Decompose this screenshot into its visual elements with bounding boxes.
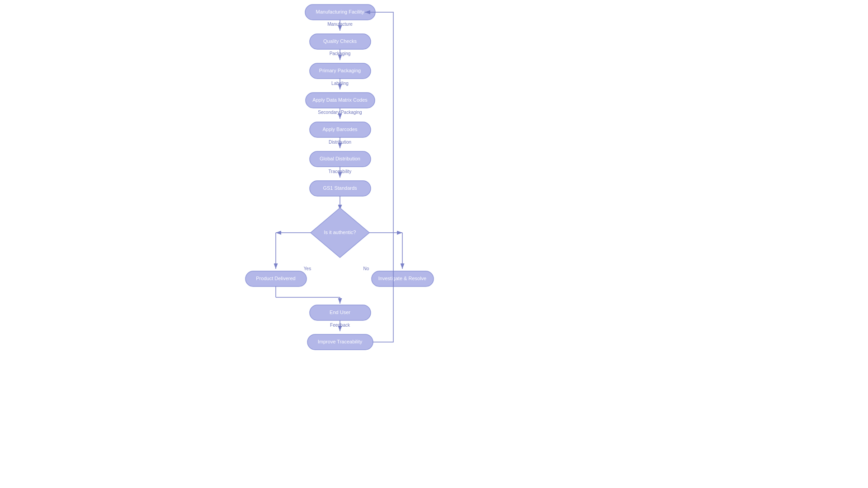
arrow-feedback-loop [365, 12, 393, 342]
label-yes: Yes [304, 266, 311, 271]
global-distribution-label: Global Distribution [320, 156, 360, 161]
apply-barcodes-label: Apply Barcodes [322, 127, 358, 132]
diagram-container: Manufacturing Facility Manufacture Quali… [0, 0, 868, 488]
gs1-standards-label: GS1 Standards [323, 185, 357, 191]
label-traceability: Traceability [329, 169, 352, 174]
apply-data-matrix-label: Apply Data Matrix Codes [312, 97, 368, 103]
quality-checks-label: Quality Checks [323, 38, 357, 44]
primary-packaging-label: Primary Packaging [319, 68, 361, 73]
label-feedback: Feedback [330, 323, 350, 328]
label-distribution: Distribution [329, 140, 351, 145]
product-delivered-label: Product Delivered [256, 276, 295, 281]
end-user-label: End User [330, 310, 350, 315]
label-manufacture: Manufacture [327, 22, 353, 27]
improve-traceability-label: Improve Traceability [318, 339, 363, 344]
label-labeling: Labeling [331, 81, 349, 86]
label-secondary-packaging: Secondary Packaging [318, 110, 362, 115]
is-authentic-label: Is it authentic? [324, 230, 356, 235]
label-no: No [363, 266, 369, 271]
manufacturing-facility-label: Manufacturing Facility [316, 9, 364, 14]
label-packaging: Packaging [330, 51, 351, 56]
investigate-resolve-label: Investigate & Resolve [378, 276, 426, 281]
